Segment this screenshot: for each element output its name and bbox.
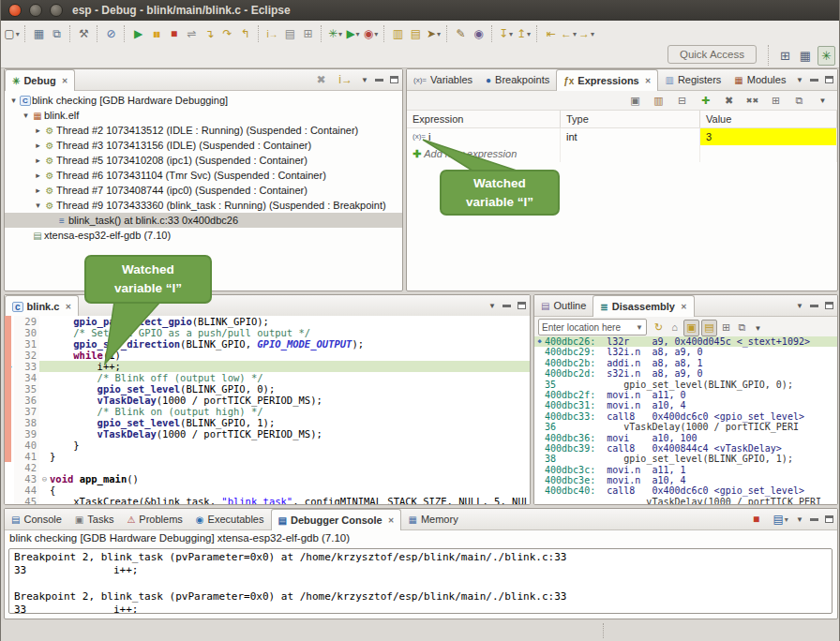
- tab-tasks[interactable]: ▣Tasks: [68, 509, 121, 529]
- code-line-30[interactable]: 30 /* Set the GPIO as a push/pull output…: [5, 327, 530, 338]
- disassembly-line[interactable]: 400dbc3c: movi.n a11, 1: [534, 465, 837, 475]
- tab-console[interactable]: ▤Console: [5, 509, 68, 529]
- back-history-icon[interactable]: ←▾: [561, 24, 577, 43]
- disassembly-line[interactable]: 400dbc39: call8 0x400844c4 <vTaskDelay>: [534, 443, 837, 454]
- disassembly-source-line[interactable]: 38 gpio_set_level(BLINK_GPIO, 1);: [534, 454, 837, 464]
- disassembly-line[interactable]: ◆400dbc26: l32r a9, 0x400d045c <_stext+1…: [534, 336, 837, 347]
- disassembly-line[interactable]: 400dbc3e: movi.n a10, 4: [534, 475, 837, 485]
- tab-memory[interactable]: ▦Memory: [401, 509, 464, 529]
- tab-registers[interactable]: ▥Registers: [658, 69, 728, 90]
- debug-tree-item[interactable]: ▾Cblink checking [GDB Hardware Debugging…: [5, 93, 402, 108]
- cpp-perspective-icon[interactable]: ▦: [797, 47, 814, 65]
- suspend-icon[interactable]: ▮▮: [148, 24, 164, 43]
- code-line-38[interactable]: 38 gpio_set_level(BLINK_GPIO, 1);: [5, 417, 530, 428]
- view-maximize-button[interactable]: [825, 76, 833, 83]
- new-wizard-icon[interactable]: ▢▾: [4, 24, 20, 43]
- sync-with-pc-icon[interactable]: ▣: [683, 320, 699, 336]
- disconnect-icon[interactable]: ⇌: [184, 24, 200, 43]
- skip-all-breakpoints-icon[interactable]: ⊘: [103, 24, 119, 43]
- debug-tree-item[interactable]: ▸⚙Thread #7 1073408744 (ipc0) (Suspended…: [5, 183, 402, 198]
- open-project-icon[interactable]: ▤: [408, 24, 424, 43]
- disassembly-line[interactable]: 400dbc40: call8 0x400dc6c0 <gpio_set_lev…: [534, 485, 837, 496]
- next-annotation-icon[interactable]: ↧▾: [498, 24, 514, 43]
- remove-all-expressions-icon[interactable]: ✖✖: [744, 93, 760, 108]
- code-line-37[interactable]: 37 /* Blink on (output high) */: [5, 406, 530, 417]
- view-menu-icon[interactable]: ▼: [815, 93, 831, 108]
- code-line-41[interactable]: 41}: [5, 451, 530, 462]
- tab-close-icon[interactable]: ✕: [65, 303, 71, 311]
- remove-all-terminated-icon[interactable]: ✖: [313, 70, 329, 89]
- code-line-36[interactable]: 36 vTaskDelay(1000 / portTICK_PERIOD_MS)…: [5, 395, 530, 406]
- code-line-34[interactable]: 34 /* Blink off (output low) */: [5, 372, 530, 383]
- show-source-icon[interactable]: ▤: [701, 320, 717, 336]
- forward-history-icon[interactable]: →▾: [578, 24, 594, 43]
- tab-variables[interactable]: (x)=Variables: [407, 69, 479, 90]
- memento-icon[interactable]: ⊞: [300, 24, 316, 43]
- debug-tree-item[interactable]: ▸⚙Thread #3 1073413156 (IDLE) (Suspended…: [5, 138, 402, 153]
- column-header-type[interactable]: Type: [561, 111, 700, 127]
- code-line-35[interactable]: 35 gpio_set_level(BLINK_GPIO, 0);: [5, 383, 530, 395]
- search-icon[interactable]: ◉: [471, 24, 487, 43]
- remove-expression-icon[interactable]: ✖: [721, 93, 737, 108]
- disassembly-line[interactable]: 400dbc33: call8 0x400dc6c0 <gpio_set_lev…: [534, 411, 837, 422]
- build-icon[interactable]: ⚒: [76, 24, 92, 43]
- code-line-39[interactable]: 39 vTaskDelay(1000 / portTICK_PERIOD_MS)…: [5, 428, 530, 440]
- home-icon[interactable]: ⌂: [668, 320, 682, 335]
- disassembly-line[interactable]: 400dbc36: movi a10, 100: [534, 433, 837, 443]
- disassembly-line[interactable]: 400dbc2d: s32i.n a8, a9, 0: [534, 368, 837, 379]
- save-icon[interactable]: ▦: [31, 24, 47, 43]
- view-maximize-button[interactable]: [825, 515, 833, 523]
- expression-row[interactable]: (x)=iint3: [407, 128, 837, 145]
- show-type-names-icon[interactable]: ▣: [627, 93, 643, 108]
- code-line-40[interactable]: 40 }: [5, 440, 530, 451]
- debug-tree-item[interactable]: ▾⚙Thread #9 1073433360 (blink_task : Run…: [5, 198, 402, 213]
- refresh-icon[interactable]: ↻: [652, 320, 666, 335]
- chevron-down-icon[interactable]: ▼: [636, 323, 643, 332]
- debug-tree-item[interactable]: ▤xtensa-esp32-elf-gdb (7.10): [5, 228, 402, 243]
- debug-tree-item[interactable]: ▸⚙Thread #6 1073431104 (Tmr Svc) (Suspen…: [5, 168, 402, 183]
- column-header-value[interactable]: Value: [700, 111, 837, 127]
- tab-disassembly[interactable]: ≣Disassembly✕: [592, 295, 694, 317]
- tab-expressions[interactable]: ƒxExpressions✕: [556, 69, 658, 91]
- open-perspective-icon[interactable]: ⊞: [777, 47, 793, 65]
- save-all-icon[interactable]: ⧉: [49, 24, 65, 43]
- view-menu-icon[interactable]: ▼: [361, 76, 368, 84]
- view-minimize-button[interactable]: [810, 305, 818, 307]
- code-line-33[interactable]: →33 i++;: [5, 361, 530, 372]
- code-line-29[interactable]: 29 gpio_pad_select_gpio(BLINK_GPIO);: [5, 316, 530, 327]
- tab-debug[interactable]: ✳ Debug ✕: [5, 69, 75, 91]
- code-line-31[interactable]: 31 gpio_set_direction(BLINK_GPIO, GPIO_M…: [5, 338, 530, 350]
- tab-close-icon[interactable]: ✕: [681, 303, 687, 311]
- step-into-icon[interactable]: ↴: [202, 24, 218, 43]
- code-editor[interactable]: 29 gpio_pad_select_gpio(BLINK_GPIO);30 /…: [5, 316, 530, 504]
- code-line-32[interactable]: 32 while(1): [5, 350, 530, 361]
- view-menu-icon[interactable]: ▼: [488, 302, 496, 310]
- collapse-all-icon[interactable]: ⊟: [674, 93, 690, 108]
- profile-as-icon[interactable]: ◉▾: [363, 24, 379, 43]
- terminate-icon[interactable]: ■: [166, 24, 182, 43]
- view-maximize-button[interactable]: [390, 76, 398, 83]
- window-minimize-button[interactable]: [29, 4, 42, 17]
- code-line-45[interactable]: 45 xTaskCreate(&blink_task, "blink_task"…: [5, 496, 530, 504]
- step-over-icon[interactable]: ↷: [219, 24, 235, 43]
- last-edit-location-icon[interactable]: ⇤: [543, 24, 559, 43]
- code-line-42[interactable]: 42: [5, 462, 530, 473]
- view-minimize-button[interactable]: [810, 79, 818, 82]
- debug-tree-item[interactable]: ▸⚙Thread #5 1073410208 (ipc1) (Suspended…: [5, 153, 402, 168]
- add-new-expression-row[interactable]: ✚Add new expression: [407, 145, 837, 162]
- view-maximize-button[interactable]: [825, 302, 833, 309]
- quick-access-button[interactable]: Quick Access: [668, 45, 757, 64]
- resume-icon[interactable]: ▶: [130, 24, 146, 43]
- view-menu-icon[interactable]: ▼: [796, 515, 803, 524]
- view-minimize-button[interactable]: [502, 305, 511, 307]
- show-logical-structures-icon[interactable]: ▥: [651, 93, 667, 108]
- tab-executables[interactable]: ◉Executables: [189, 509, 271, 529]
- code-line-44[interactable]: 44{: [5, 484, 530, 496]
- instruction-stepping-icon[interactable]: i→: [264, 24, 280, 43]
- view-minimize-button[interactable]: [375, 79, 383, 82]
- step-filters-icon[interactable]: ▤: [282, 24, 298, 43]
- format-icon[interactable]: ✎: [453, 24, 469, 43]
- debug-tree-item[interactable]: ▸⚙Thread #2 1073413512 (IDLE : Running) …: [5, 123, 402, 138]
- view-minimize-button[interactable]: [810, 518, 818, 521]
- disassembly-source-line[interactable]: 35 gpio_set_level(BLINK_GPIO, 0);: [534, 380, 837, 390]
